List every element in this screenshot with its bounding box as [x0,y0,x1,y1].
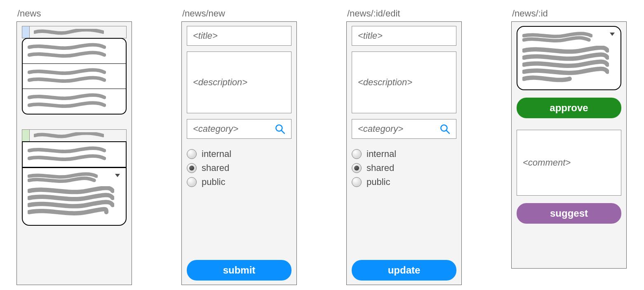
section-header[interactable] [22,129,127,142]
list-item[interactable] [22,38,127,64]
title-placeholder: <title> [193,30,218,41]
list-item-expanded[interactable] [22,167,127,226]
update-button[interactable]: update [352,260,456,281]
wireframe-news-edit: /news/:id/edit <title> <description> <ca… [346,8,462,285]
search-icon [440,124,450,134]
radio-label: internal [367,149,396,159]
radio-label: public [202,177,225,187]
submit-button[interactable]: submit [187,260,291,281]
description-placeholder: <description> [358,77,412,88]
wireframe-news-show: /news/:id approve [511,8,627,269]
visibility-option-internal[interactable]: internal [187,147,291,161]
radio-icon [352,149,362,159]
comment-input[interactable]: <comment> [517,130,621,196]
wireframe-news-list: /news [16,8,132,285]
description-input[interactable]: <description> [187,51,291,113]
suggest-button-label: suggest [550,208,588,219]
wireframe-news-new: /news/new <title> <description> <categor… [181,8,297,285]
radio-icon [187,149,197,159]
svg-line-3 [446,130,449,133]
route-label-new: /news/new [181,8,297,19]
panel-news-new: <title> <description> <category> interna… [181,21,297,285]
category-placeholder: <category> [193,124,238,134]
radio-icon [187,163,197,173]
radio-label: shared [202,163,229,173]
panel-news-show: approve <comment> suggest [511,21,627,269]
title-input[interactable]: <title> [187,26,291,46]
comment-placeholder: <comment> [523,157,571,168]
radio-icon [352,163,362,173]
section-title-placeholder [30,27,126,37]
svg-line-1 [281,130,284,133]
list-item[interactable] [22,89,127,115]
approve-button-label: approve [550,102,588,114]
visibility-option-public[interactable]: public [187,175,291,189]
description-placeholder: <description> [193,77,247,88]
radio-label: shared [367,163,394,173]
radio-label: public [367,177,390,187]
panel-news-edit: <title> <description> <category> interna… [346,21,462,285]
update-button-label: update [388,264,421,276]
category-input[interactable]: <category> [352,119,456,139]
radio-icon [352,177,362,187]
visibility-option-shared[interactable]: shared [352,161,456,175]
approve-button[interactable]: approve [517,98,621,118]
radio-icon [187,177,197,187]
section-header[interactable] [22,26,127,38]
category-input[interactable]: <category> [187,119,291,139]
suggest-button[interactable]: suggest [517,203,621,224]
chevron-down-icon [610,33,615,36]
news-detail-card[interactable] [517,26,621,90]
visibility-option-internal[interactable]: internal [352,147,456,161]
visibility-radio-group: internal shared public [352,147,456,189]
visibility-option-public[interactable]: public [352,175,456,189]
section-chip-blue [22,26,30,38]
list-item[interactable] [22,64,127,89]
search-icon [275,124,285,134]
radio-label: internal [202,149,231,159]
title-input[interactable]: <title> [352,26,456,46]
section-chip-green [22,130,30,141]
description-input[interactable]: <description> [352,51,456,113]
visibility-option-shared[interactable]: shared [187,161,291,175]
route-label-list: /news [16,8,132,19]
list-item[interactable] [22,141,127,168]
section-title-placeholder [30,131,126,140]
route-label-edit: /news/:id/edit [346,8,462,19]
title-placeholder: <title> [358,30,383,41]
category-placeholder: <category> [358,124,403,134]
panel-news-list [16,21,132,285]
visibility-radio-group: internal shared public [187,147,291,189]
route-label-show: /news/:id [511,8,627,19]
chevron-down-icon [115,174,120,177]
submit-button-label: submit [223,264,256,276]
